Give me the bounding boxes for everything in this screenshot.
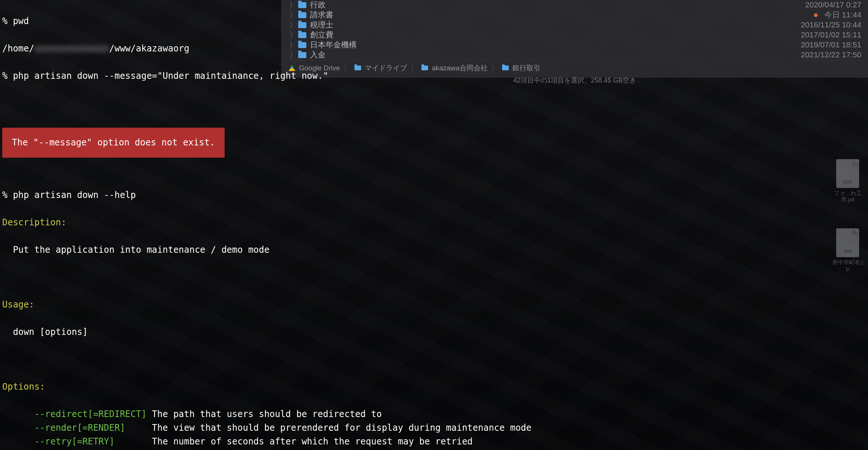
option-desc: The number of seconds after which the re… xyxy=(152,436,473,447)
term-option-row: --render[=RENDER] The view that should b… xyxy=(2,421,866,435)
term-line-pwd-out: /home/xxxxxxxxxxxxxx/www/akazawaorg xyxy=(2,42,866,56)
term-heading-usage: Usage: xyxy=(2,298,866,312)
option-desc: The view that should be prerendered for … xyxy=(152,423,532,433)
term-option-row: --retry[=RETRY] The number of seconds af… xyxy=(2,435,866,449)
term-line-cmd-down-msg: % php artisan down --message="Under main… xyxy=(2,69,866,83)
term-usage-body: down [options] xyxy=(2,325,866,339)
pwd-prefix: /home/ xyxy=(2,43,34,54)
terminal-pane[interactable]: % pwd /home/xxxxxxxxxxxxxx/www/akazawaor… xyxy=(0,0,868,450)
term-blank xyxy=(2,97,866,110)
term-option-row: --redirect[=REDIRECT] The path that user… xyxy=(2,407,866,421)
term-options-block: --redirect[=REDIRECT] The path that user… xyxy=(2,407,866,450)
term-line-pwd-cmd: % pwd xyxy=(2,14,866,28)
term-blank xyxy=(2,271,866,284)
term-blank xyxy=(2,161,866,175)
redacted-username: xxxxxxxxxxxxxx xyxy=(34,43,109,54)
option-flag: --retry[=RETRY] xyxy=(2,435,152,449)
pwd-suffix: /www/akazawaorg xyxy=(109,43,189,54)
term-description-body: Put the application into maintenance / d… xyxy=(2,243,866,257)
term-heading-options: Options: xyxy=(2,380,866,394)
option-flag: --redirect[=REDIRECT] xyxy=(2,407,152,421)
term-line-cmd-help: % php artisan down --help xyxy=(2,188,866,202)
option-desc: The path that users should be redirected… xyxy=(152,409,382,419)
error-message: The "--message" option does not exist. xyxy=(2,128,225,158)
term-option-row: --refresh[=REFRESH] The number of second… xyxy=(2,449,866,450)
option-flag: --render[=RENDER] xyxy=(2,421,152,435)
term-heading-description: Description: xyxy=(2,216,866,229)
term-error-box: The "--message" option does not exist. xyxy=(2,137,225,148)
term-blank xyxy=(2,353,866,366)
option-flag: --refresh[=REFRESH] xyxy=(2,449,152,450)
